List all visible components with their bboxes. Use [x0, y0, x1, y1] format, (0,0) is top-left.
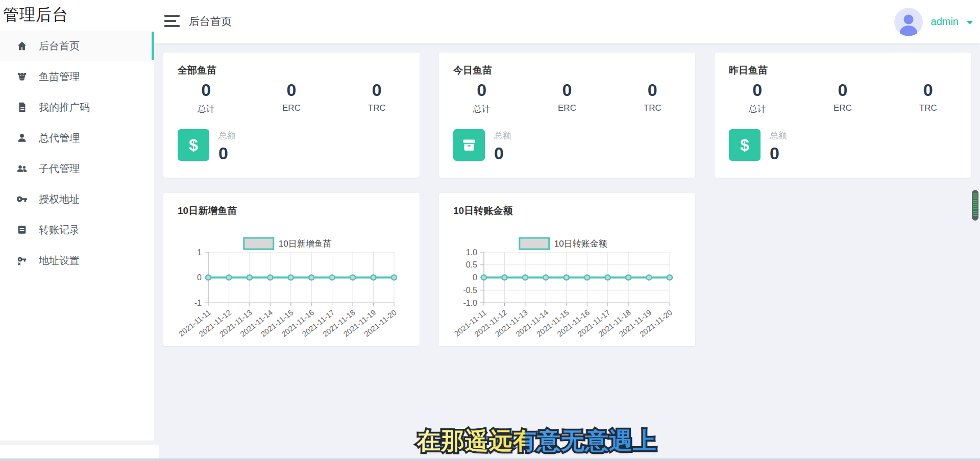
chart-card-new-fry: 10日新增鱼苗 10日新增鱼苗10-12021-11-112021-11-122…	[163, 193, 420, 346]
dollar-icon: $	[729, 129, 761, 161]
stat-value: 0	[439, 81, 524, 99]
chart-legend[interactable]: 10日转账金额	[520, 238, 607, 249]
total-label: 总额	[218, 130, 236, 141]
sidebar-item-label: 转账记录	[39, 223, 80, 237]
sidebar-item-sub-agents[interactable]: 子代管理	[0, 153, 154, 184]
person-avatar-icon[interactable]	[894, 8, 923, 36]
card-title: 全部鱼苗	[178, 64, 216, 77]
stat-label: ERC	[249, 103, 334, 113]
people-icon	[16, 163, 28, 174]
stats-row: 0总计 0ERC 0TRC	[715, 81, 971, 115]
bottom-white-box	[0, 445, 159, 458]
svg-text:10日转账金额: 10日转账金额	[554, 239, 607, 249]
subtitle-text: 在那遥远有意无意遇上	[417, 427, 657, 454]
hamburger-icon[interactable]	[164, 15, 180, 28]
stat-value: 0	[163, 81, 249, 99]
sidebar-item-fry-management[interactable]: 鱼苗管理	[0, 61, 154, 92]
sidebar-item-label: 我的推广码	[39, 101, 90, 114]
ledger-icon	[16, 224, 28, 235]
chart-legend[interactable]: 10日新增鱼苗	[244, 238, 332, 249]
data-point	[584, 275, 590, 280]
user-name[interactable]: admin	[931, 16, 959, 28]
data-point	[564, 275, 569, 280]
stat-value: 0	[249, 81, 334, 99]
person-icon	[16, 132, 28, 143]
stat-label: TRC	[886, 103, 971, 113]
stat-value: 0	[715, 81, 800, 99]
data-point	[267, 275, 273, 280]
data-point	[523, 275, 528, 280]
svg-text:0: 0	[473, 273, 477, 282]
stat-value: 0	[610, 81, 695, 99]
sidebar-item-promo-code[interactable]: 我的推广码	[0, 92, 154, 123]
chart-x-labels: 2021-11-112021-11-122021-11-132021-11-14…	[453, 308, 674, 338]
data-point	[206, 275, 211, 280]
data-point	[481, 275, 486, 280]
chart-x-labels: 2021-11-112021-11-122021-11-132021-11-14…	[177, 308, 398, 338]
data-point	[226, 275, 231, 280]
stat-value: 0	[524, 81, 609, 99]
sidebar-item-transfer-records[interactable]: 转账记录	[0, 214, 154, 245]
data-point	[288, 275, 293, 280]
total-value: 0	[770, 144, 787, 162]
sidebar-item-address-settings[interactable]: 地址设置	[0, 245, 154, 276]
sidebar: 管理后台 后台首页 鱼苗管理 我的推广码 总代管理 子代管理 授权地址 转账记录	[0, 0, 154, 441]
data-point	[391, 275, 397, 280]
app-title: 管理后台	[0, 0, 154, 26]
svg-text:-1: -1	[194, 299, 202, 307]
total-value: 0	[494, 144, 511, 162]
svg-text:10日新增鱼苗: 10日新增鱼苗	[279, 239, 332, 249]
chart-title: 10日新增鱼苗	[178, 204, 237, 217]
stat-label: ERC	[800, 103, 885, 113]
stat-card-today-fry: 今日鱼苗 0总计 0ERC 0TRC 总额 0	[439, 53, 695, 178]
data-point	[626, 275, 631, 280]
sidebar-nav: 后台首页 鱼苗管理 我的推广码 总代管理 子代管理 授权地址 转账记录 地址设	[0, 31, 154, 276]
top-bar: 后台首页 admin	[154, 0, 980, 43]
vertical-scrollbar-thumb[interactable]	[972, 190, 978, 221]
line-chart-new-fry: 10日新增鱼苗10-12021-11-112021-11-122021-11-1…	[163, 223, 420, 346]
data-point	[605, 275, 610, 280]
svg-text:0.5: 0.5	[466, 260, 477, 269]
card-title: 昨日鱼苗	[729, 64, 768, 77]
data-point	[371, 275, 376, 280]
total-row: $ 总额 0	[729, 129, 787, 162]
data-point	[247, 275, 252, 280]
sidebar-item-home[interactable]: 后台首页	[0, 31, 154, 61]
stat-label: TRC	[334, 103, 420, 113]
data-point	[647, 275, 652, 280]
home-icon	[16, 40, 28, 52]
sidebar-item-label: 地址设置	[39, 254, 80, 268]
sidebar-item-label: 授权地址	[39, 192, 80, 206]
total-value: 0	[218, 144, 236, 162]
sidebar-item-general-agents[interactable]: 总代管理	[0, 123, 154, 153]
sidebar-item-label: 子代管理	[39, 162, 80, 176]
sidebar-bottom-divider	[0, 441, 154, 441]
dollar-icon: $	[178, 129, 209, 161]
total-label: 总额	[770, 130, 787, 141]
caret-down-icon[interactable]	[967, 21, 973, 25]
stats-row: 0总计 0ERC 0TRC	[439, 81, 695, 115]
stat-label: 总计	[439, 103, 524, 115]
data-point	[330, 275, 335, 280]
stat-label: TRC	[610, 103, 695, 113]
archive-icon	[453, 129, 485, 161]
chart-series	[206, 275, 397, 280]
sidebar-item-authorized-address[interactable]: 授权地址	[0, 184, 154, 214]
sidebar-item-label: 后台首页	[39, 39, 80, 53]
svg-text:-0.5: -0.5	[463, 286, 477, 295]
stat-label: 总计	[715, 103, 800, 115]
window-bottom-strip	[0, 458, 980, 461]
video-subtitle: 在那遥远有意无意遇上 在那遥远有意无意遇上	[417, 425, 657, 457]
stat-label: 总计	[163, 103, 249, 115]
key-x-icon	[16, 255, 28, 266]
chart-title: 10日转账金额	[453, 204, 512, 217]
document-icon	[16, 102, 28, 113]
total-row: $ 总额 0	[178, 129, 236, 162]
stat-card-yesterday-fry: 昨日鱼苗 0总计 0ERC 0TRC $ 总额 0	[715, 53, 971, 178]
sidebar-item-label: 鱼苗管理	[39, 70, 80, 84]
user-menu[interactable]: admin	[894, 0, 973, 43]
sidebar-item-label: 总代管理	[39, 131, 80, 145]
data-point	[350, 275, 355, 280]
stat-value: 0	[886, 81, 971, 99]
key-icon	[16, 193, 28, 205]
